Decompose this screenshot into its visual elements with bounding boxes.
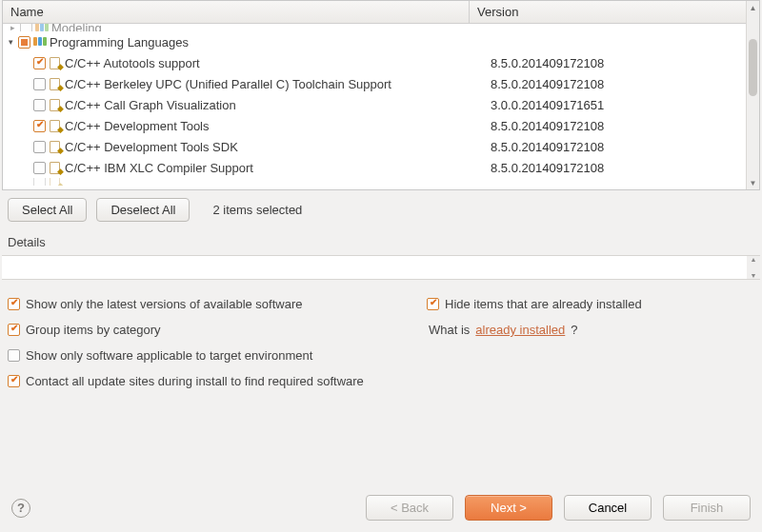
package-row[interactable]: C/C++ Development Tools 8.5.0.2014091721… bbox=[3, 115, 759, 136]
scrollbar-thumb[interactable] bbox=[749, 39, 757, 96]
checkbox[interactable] bbox=[20, 24, 32, 31]
package-row[interactable]: C/C++ IBM XLC Compiler Support 8.5.0.201… bbox=[3, 157, 759, 178]
checkbox[interactable] bbox=[33, 78, 46, 90]
package-icon bbox=[48, 55, 63, 70]
hint-suffix: ? bbox=[571, 323, 577, 337]
option-label: Hide items that are already installed bbox=[445, 297, 642, 311]
table-header: Name Version bbox=[3, 1, 759, 24]
package-label: C/C++ Development Tools SDK bbox=[65, 140, 238, 154]
category-row[interactable]: ▾ Programming Languages bbox=[3, 31, 759, 52]
select-all-button[interactable]: Select All bbox=[8, 198, 87, 222]
package-row[interactable]: C/C++ Call Graph Visualization 3.0.0.201… bbox=[3, 94, 759, 115]
package-version: 8.5.0.201409172108 bbox=[483, 77, 759, 91]
package-icon bbox=[48, 76, 63, 91]
chevron-down-icon[interactable]: ▾ bbox=[5, 36, 16, 48]
checkbox[interactable] bbox=[33, 99, 46, 111]
vertical-scrollbar[interactable]: ▲ ▼ bbox=[746, 1, 759, 189]
selection-toolbar: Select All Deselect All 2 items selected bbox=[0, 190, 762, 229]
package-version: 8.5.0.201409172108 bbox=[483, 140, 759, 154]
selection-status: 2 items selected bbox=[212, 203, 302, 217]
next-button[interactable]: Next > bbox=[465, 495, 552, 521]
package-version: 8.5.0.201409172108 bbox=[483, 56, 759, 70]
scroll-down-icon[interactable]: ▼ bbox=[751, 272, 757, 279]
option-contact-sites[interactable]: Contact all update sites during install … bbox=[8, 374, 754, 388]
column-header-version[interactable]: Version bbox=[470, 1, 759, 23]
option-group[interactable]: Group items by category bbox=[8, 323, 427, 337]
package-label: C/C++ Development Tools bbox=[65, 119, 210, 133]
category-icon bbox=[32, 34, 48, 49]
hint-prefix: What is bbox=[429, 323, 470, 337]
package-label: C/C++ Autotools support bbox=[65, 56, 200, 70]
category-label: Programming Languages bbox=[50, 35, 189, 49]
package-version: 8.5.0.201409172108 bbox=[483, 119, 759, 133]
checkbox[interactable] bbox=[427, 298, 439, 310]
back-button[interactable]: < Back bbox=[366, 495, 453, 521]
options-grid: Show only the latest versions of availab… bbox=[0, 280, 762, 396]
scroll-up-icon[interactable]: ▲ bbox=[751, 256, 757, 263]
wizard-footer: ? < Back Next > Cancel Finish bbox=[0, 485, 762, 532]
category-label: Modeling bbox=[51, 24, 102, 31]
details-panel: ▲ ▼ bbox=[2, 255, 760, 280]
already-installed-link[interactable]: already installed bbox=[475, 323, 565, 337]
column-header-name[interactable]: Name bbox=[3, 1, 470, 23]
checkbox[interactable] bbox=[8, 375, 20, 387]
package-icon bbox=[48, 160, 63, 175]
checkbox[interactable] bbox=[33, 141, 46, 153]
category-icon bbox=[34, 24, 50, 31]
option-latest[interactable]: Show only the latest versions of availab… bbox=[8, 297, 427, 311]
checkbox[interactable] bbox=[33, 120, 46, 132]
option-target-env[interactable]: Show only software applicable to target … bbox=[8, 348, 754, 363]
scroll-up-icon[interactable]: ▲ bbox=[747, 1, 759, 14]
package-icon bbox=[48, 97, 63, 112]
option-label: Group items by category bbox=[26, 323, 161, 337]
option-label: Contact all update sites during install … bbox=[26, 374, 364, 388]
table-body: ▸ Modeling ▾ Programming Languages bbox=[3, 24, 759, 191]
package-label: C/C++ Call Graph Visualization bbox=[65, 98, 236, 112]
checkbox[interactable] bbox=[8, 349, 20, 362]
package-row[interactable]: C/C++ Berkeley UPC (Unified Parallel C) … bbox=[3, 73, 759, 94]
details-label: Details bbox=[0, 229, 762, 251]
checkbox[interactable] bbox=[33, 162, 46, 174]
checkbox-tristate[interactable] bbox=[18, 36, 30, 49]
package-row[interactable]: C/C++ Autotools support 8.5.0.2014091721… bbox=[3, 52, 759, 73]
option-label: Show only software applicable to target … bbox=[26, 348, 312, 363]
option-label: Show only the latest versions of availab… bbox=[26, 297, 303, 311]
details-scrollbar[interactable]: ▲ ▼ bbox=[747, 256, 760, 279]
checkbox[interactable] bbox=[33, 57, 46, 69]
software-tree-table: Name Version ▸ Modeling ▾ Programming La… bbox=[2, 0, 760, 190]
checkbox[interactable] bbox=[8, 324, 20, 336]
help-icon[interactable]: ? bbox=[11, 499, 30, 518]
finish-button[interactable]: Finish bbox=[663, 495, 751, 521]
package-version: 8.5.0.201409172108 bbox=[483, 161, 759, 175]
package-label: C/C++ IBM XLC Compiler Support bbox=[65, 161, 253, 175]
package-icon bbox=[48, 139, 63, 154]
option-hide-installed[interactable]: Hide items that are already installed bbox=[427, 297, 754, 311]
package-icon bbox=[48, 118, 63, 133]
package-row[interactable]: C/C++ Development Tools SDK 8.5.0.201409… bbox=[3, 136, 759, 157]
package-version: 3.0.0.201409171651 bbox=[483, 98, 759, 112]
scroll-down-icon[interactable]: ▼ bbox=[747, 176, 759, 189]
cancel-button[interactable]: Cancel bbox=[564, 495, 652, 521]
package-label: C/C++ Berkeley UPC (Unified Parallel C) … bbox=[65, 77, 391, 91]
already-installed-hint: What is already installed? bbox=[427, 323, 754, 337]
checkbox[interactable] bbox=[8, 298, 20, 310]
chevron-right-icon[interactable]: ▸ bbox=[7, 24, 18, 31]
deselect-all-button[interactable]: Deselect All bbox=[96, 198, 190, 222]
package-row bbox=[3, 178, 759, 186]
